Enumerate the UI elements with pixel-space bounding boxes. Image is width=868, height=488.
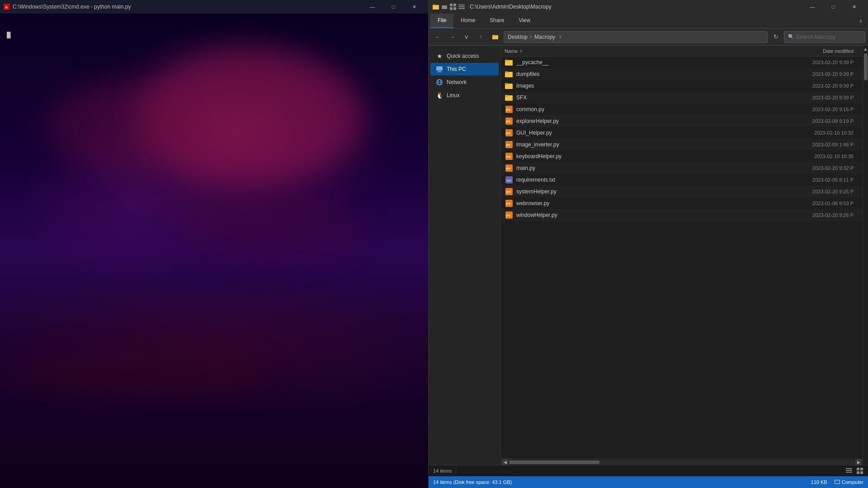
file-name: dumpfiles: [516, 71, 778, 77]
folder-icon: [505, 81, 514, 90]
file-row[interactable]: TXT requirements.txt 2023-02-05 8:11 P: [501, 174, 863, 186]
py-icon: PY: [505, 128, 514, 137]
svg-text:PY: PY: [506, 144, 511, 147]
file-date: 2023-02-10 10:35: [778, 154, 859, 159]
sidebar-item-network[interactable]: Network: [430, 76, 499, 89]
cmd-controls: — □ ✕: [362, 0, 425, 14]
svg-rect-16: [437, 72, 442, 72]
grid-icon: [449, 3, 457, 10]
svg-text:PY: PY: [506, 214, 511, 217]
py-icon: PY: [505, 164, 514, 173]
folder-icon: [505, 58, 514, 67]
hscroll-thumb[interactable]: [509, 460, 599, 464]
svg-rect-10: [458, 6, 465, 7]
breadcrumb-bar[interactable]: Desktop > Macropy ∨: [504, 31, 768, 43]
file-date: 2023-02-20 9:32 P: [778, 165, 859, 171]
status-item-count: 14 items: [433, 468, 452, 474]
nav-dropdown-button[interactable]: ∨: [460, 31, 473, 43]
svg-rect-8: [453, 7, 456, 10]
file-row[interactable]: PY systemHelper.py 2023-02-20 9:25 P: [501, 186, 863, 197]
file-name: SFX: [516, 94, 778, 101]
file-name: systemHelper.py: [516, 188, 778, 195]
file-date: 2023-01-06 8:53 P: [778, 201, 859, 206]
vertical-scrollbar[interactable]: ▲: [863, 46, 868, 465]
refresh-button[interactable]: ↻: [769, 31, 782, 43]
file-row[interactable]: PY common.py 2023-02-20 9:16 P: [501, 103, 863, 115]
status-bar: 14 items: [429, 465, 868, 476]
view-icon: [458, 3, 465, 10]
file-name: __pycache__: [516, 59, 778, 66]
horizontal-scrollbar[interactable]: ◀ ▶: [501, 459, 863, 465]
file-date: 2023-02-20 9:39 P: [778, 60, 859, 65]
col-date-label: Date modified: [778, 48, 859, 54]
cmd-minimize-button[interactable]: —: [362, 0, 383, 14]
vscroll-up-button[interactable]: ▲: [863, 46, 868, 52]
tab-file[interactable]: File: [430, 14, 453, 28]
view-grid-icon[interactable]: [856, 467, 863, 474]
cloud-decoration-2: [45, 81, 181, 172]
file-row[interactable]: dumpfiles 2023-02-20 9:39 P: [501, 68, 863, 80]
info-right: 110 KB Computer: [811, 479, 863, 485]
file-row[interactable]: PY image_inverter.py 2023-02-09 1:46 P: [501, 139, 863, 150]
cmd-close-button[interactable]: ✕: [404, 0, 425, 14]
file-row[interactable]: PY webrowser.py 2023-01-06 8:53 P: [501, 197, 863, 209]
py-icon: PY: [505, 152, 514, 161]
file-row[interactable]: PY explorerHelper.py 2023-02-09 9:19 P: [501, 115, 863, 127]
view-list-icon[interactable]: [845, 467, 853, 474]
cmd-icon: A: [4, 4, 10, 10]
svg-text:PY: PY: [506, 202, 511, 206]
folder-icon-1: [432, 3, 439, 10]
file-row[interactable]: PY windowHelper.py 2023-02-20 9:26 P: [501, 209, 863, 221]
file-date: 2023-02-10 10:32: [778, 130, 859, 136]
svg-rect-50: [846, 472, 852, 473]
explorer-minimize-button[interactable]: —: [802, 0, 823, 14]
sidebar-item-linux[interactable]: 🐧 Linux: [430, 89, 499, 102]
hscroll-left-button[interactable]: ◀: [502, 459, 508, 465]
folder-icon: [505, 70, 514, 79]
file-row[interactable]: Images 2023-02-20 9:39 P: [501, 80, 863, 92]
explorer-titlebar: C:\Users\Admin\Desktop\Macropy — □ ✕: [429, 0, 868, 14]
tab-home[interactable]: Home: [453, 14, 482, 28]
svg-rect-54: [860, 471, 863, 474]
search-box[interactable]: 🔍 Search Macropy: [784, 31, 865, 43]
hscroll-right-button[interactable]: ▶: [855, 459, 862, 465]
folder-icon: [505, 93, 514, 102]
svg-text:PY: PY: [506, 108, 511, 112]
info-size: 110 KB: [811, 479, 827, 485]
nav-forward-button[interactable]: →: [446, 31, 458, 43]
vscroll-thumb[interactable]: [864, 53, 868, 80]
txt-icon: TXT: [505, 175, 514, 184]
file-row[interactable]: SFX 2023-02-20 9:39 P: [501, 92, 863, 103]
file-date: 2023-02-09 1:46 P: [778, 142, 859, 147]
search-placeholder: Search Macropy: [796, 34, 835, 40]
nav-back-button[interactable]: ←: [431, 31, 444, 43]
file-row[interactable]: PY keyboardHelper.py 2023-02-10 10:35: [501, 150, 863, 162]
explorer-close-button[interactable]: ✕: [844, 0, 864, 14]
sidebar-item-this-pc[interactable]: This PC: [430, 63, 499, 75]
network-icon: [436, 79, 443, 86]
file-name: common.py: [516, 106, 778, 113]
svg-rect-48: [846, 468, 852, 469]
sidebar-label-quick-access: Quick access: [447, 53, 479, 59]
explorer-maximize-button[interactable]: □: [823, 0, 844, 14]
svg-rect-15: [438, 71, 441, 72]
breadcrumb-dropdown-icon[interactable]: ∨: [559, 34, 562, 39]
breadcrumb-desktop[interactable]: Desktop: [508, 34, 528, 40]
ribbon-expand-icon[interactable]: ∧: [855, 18, 866, 24]
tab-view[interactable]: View: [511, 14, 538, 28]
file-row[interactable]: PY main.py 2023-02-20 9:32 P: [501, 162, 863, 174]
cmd-content: █: [0, 14, 428, 488]
breadcrumb-macropy[interactable]: Macropy: [534, 34, 555, 40]
tab-share[interactable]: Share: [482, 14, 511, 28]
file-row[interactable]: __pycache__ 2023-02-20 9:39 P: [501, 56, 863, 68]
svg-text:PY: PY: [506, 167, 511, 170]
col-name-sort-arrow[interactable]: ∧: [519, 48, 523, 53]
file-name: windowHelper.py: [516, 212, 778, 218]
svg-rect-53: [857, 471, 859, 474]
cmd-maximize-button[interactable]: □: [383, 0, 404, 14]
explorer-titlebar-controls: — □ ✕: [802, 0, 864, 14]
sidebar-label-linux: Linux: [447, 92, 460, 99]
nav-up-button[interactable]: ↑: [475, 31, 487, 43]
file-row[interactable]: PY GUI_Helper.py 2023-02-10 10:32: [501, 127, 863, 139]
sidebar-item-quick-access[interactable]: ★ Quick access: [430, 50, 499, 62]
